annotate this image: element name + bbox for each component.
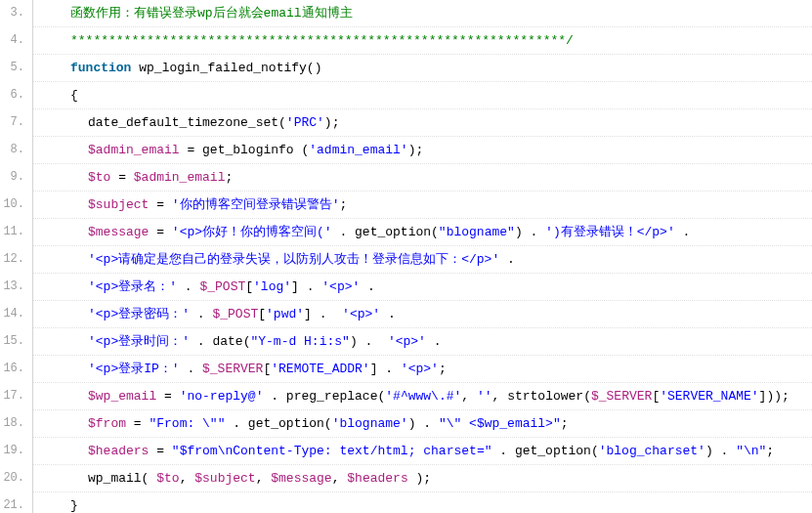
- token-plain: = get_bloginfo (: [180, 143, 310, 157]
- token-string: '<p>登录密码：': [88, 307, 190, 321]
- token-string: '<p>': [342, 307, 380, 321]
- code-line: 6.{: [0, 82, 812, 109]
- token-string: '<p>登录名：': [88, 279, 177, 294]
- token-plain: wp_login_failed_notify(): [131, 61, 321, 75]
- line-number: 17.: [0, 383, 33, 410]
- token-plain: .: [380, 307, 396, 321]
- token-plain: ) .: [350, 334, 388, 349]
- token-funcname: strtolower: [507, 389, 583, 404]
- token-plain: ;: [339, 197, 347, 212]
- token-string: 'blog_charset': [599, 444, 705, 458]
- token-plain: =: [110, 170, 133, 185]
- line-number: 18.: [0, 410, 33, 438]
- line-content: $wp_email = 'no-reply@' . preg_replace('…: [33, 383, 812, 410]
- token-string: 'log': [253, 279, 291, 294]
- line-number: 9.: [0, 164, 33, 192]
- code-line: 7.date_default_timezone_set('PRC');: [0, 109, 812, 137]
- token-var: $to: [156, 471, 179, 486]
- token-string: '<p>登录时间：': [88, 334, 190, 349]
- token-var: $_POST: [212, 307, 258, 321]
- token-var: $subject: [88, 197, 149, 212]
- token-string: '#^www\.#': [385, 389, 461, 404]
- line-content: function wp_login_failed_notify(): [33, 55, 812, 82]
- token-plain: date_default_timezone_set(: [88, 115, 286, 130]
- token-plain: );: [324, 115, 340, 130]
- line-number: 4.: [0, 27, 33, 55]
- token-var: $_SERVER: [202, 362, 263, 376]
- line-content: '<p>登录IP：' . $_SERVER['REMOTE_ADDR'] . '…: [33, 356, 812, 383]
- token-string: "\" <$wp_email>": [439, 416, 561, 431]
- token-string: '<p>': [401, 362, 439, 376]
- token-plain: =: [149, 444, 171, 458]
- code-line: 9.$to = $admin_email;: [0, 164, 812, 192]
- token-string: 'admin_email': [309, 143, 407, 157]
- token-string: 'pwd': [266, 307, 304, 321]
- token-plain: .: [177, 279, 199, 294]
- line-number: 6.: [0, 82, 33, 109]
- token-string: "$from\nContent-Type: text/html; charset…: [172, 444, 492, 458]
- line-number: 7.: [0, 109, 33, 137]
- line-number: 16.: [0, 356, 33, 383]
- code-line: 11.$message = '<p>你好！你的博客空间(' . get_opti…: [0, 219, 812, 246]
- line-number: 8.: [0, 137, 33, 164]
- line-content: $to = $admin_email;: [33, 164, 812, 192]
- code-line: 3.函数作用：有错误登录wp后台就会email通知博主: [0, 0, 812, 27]
- token-string: "blogname": [439, 225, 515, 239]
- line-number: 10.: [0, 192, 33, 219]
- line-number: 11.: [0, 219, 33, 246]
- token-plain: wp_mail(: [88, 471, 156, 486]
- token-plain: [: [258, 307, 266, 321]
- line-content: {: [33, 82, 812, 109]
- token-var: $headers: [88, 444, 149, 458]
- token-plain: ) .: [705, 444, 736, 458]
- token-string: '<p>': [388, 334, 426, 349]
- code-line: 10.$subject = '你的博客空间登录错误警告';: [0, 192, 812, 219]
- token-var: $_SERVER: [591, 389, 652, 404]
- line-number: 12.: [0, 246, 33, 274]
- token-plain: =: [156, 389, 179, 404]
- token-plain: ,: [332, 471, 348, 486]
- token-string: '<p>登录IP：': [88, 362, 180, 376]
- line-number: 5.: [0, 55, 33, 82]
- line-number: 3.: [0, 0, 33, 27]
- token-plain: . get_option(: [225, 416, 331, 431]
- code-line: 16.'<p>登录IP：' . $_SERVER['REMOTE_ADDR'] …: [0, 356, 812, 383]
- code-line: 21.}: [0, 492, 812, 513]
- code-line: 5.function wp_login_failed_notify(): [0, 55, 812, 82]
- token-var: $admin_email: [134, 170, 226, 185]
- token-plain: ]));: [759, 389, 790, 404]
- token-plain: .: [426, 334, 442, 349]
- token-string: '你的博客空间登录错误警告': [172, 197, 340, 212]
- line-number: 19.: [0, 438, 33, 465]
- line-number: 20.: [0, 465, 33, 492]
- code-line: 18.$from = "From: \"" . get_option('blog…: [0, 410, 812, 438]
- token-string: '<p>请确定是您自己的登录失误，以防别人攻击！登录信息如下：</p>': [88, 252, 499, 267]
- line-content: wp_mail( $to, $subject, $message, $heade…: [33, 465, 812, 492]
- code-block: 3.函数作用：有错误登录wp后台就会email通知博主4.***********…: [0, 0, 812, 513]
- token-var: $admin_email: [88, 143, 180, 157]
- line-content: 函数作用：有错误登录wp后台就会email通知博主: [33, 0, 812, 27]
- token-plain: ;: [766, 444, 774, 458]
- token-plain: =: [149, 225, 171, 239]
- token-plain: =: [126, 416, 149, 431]
- token-comment: ****************************************…: [70, 33, 574, 48]
- token-plain: . get_option(: [332, 225, 439, 239]
- line-content: }: [33, 492, 812, 513]
- token-string: '<p>你好！你的博客空间(': [172, 225, 332, 239]
- token-plain: ,: [492, 389, 508, 404]
- token-plain: ,: [461, 389, 477, 404]
- token-plain: =: [149, 197, 171, 212]
- token-comment: 函数作用：有错误登录wp后台就会email通知博主: [70, 6, 353, 21]
- token-var: $to: [88, 170, 110, 185]
- token-plain: }: [70, 498, 78, 513]
- token-string: '': [477, 389, 492, 404]
- token-plain: ] .: [291, 279, 321, 294]
- token-plain: . preg_replace(: [263, 389, 385, 404]
- token-plain: );: [408, 471, 431, 486]
- token-string: 'REMOTE_ADDR': [271, 362, 369, 376]
- token-plain: );: [408, 143, 424, 157]
- token-keyword: function: [70, 61, 131, 75]
- token-string: 'SERVER_NAME': [660, 389, 758, 404]
- code-line: 17.$wp_email = 'no-reply@' . preg_replac…: [0, 383, 812, 410]
- token-funcname: date: [212, 334, 242, 349]
